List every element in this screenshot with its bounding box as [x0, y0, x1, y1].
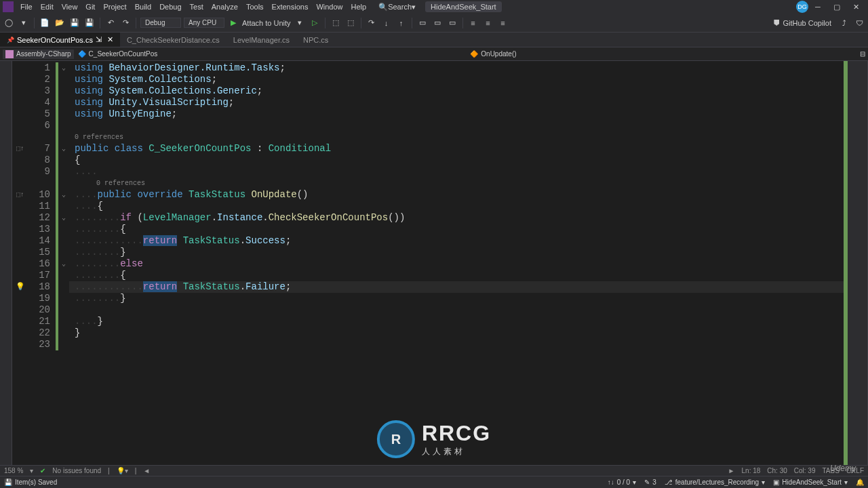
branch-indicator[interactable]: ⎇ feature/Lectures_Recording ▾ — [665, 479, 765, 486]
zoom-level[interactable]: 158 % — [4, 467, 23, 474]
code-line[interactable]: public class C_SeekerOnCountPos : Condit… — [69, 143, 844, 155]
left-side-tabs[interactable] — [0, 61, 12, 465]
open-icon[interactable]: 📂 — [54, 17, 66, 29]
tab-npc[interactable]: NPC.cs — [296, 33, 335, 47]
code-line[interactable]: ........if (LevelManager.Instance.CheckS… — [69, 212, 844, 224]
issues-text[interactable]: No issues found — [52, 467, 101, 474]
minimize-icon[interactable]: ─ — [808, 3, 827, 11]
nav-split-icon[interactable]: ⊟ — [860, 50, 865, 58]
search-box[interactable]: 🔍 Search ▾ — [374, 2, 420, 12]
step-out-icon[interactable]: ↑ — [395, 17, 408, 29]
toolbar-icon-8[interactable]: ≡ — [497, 17, 509, 29]
menu-help[interactable]: Help — [347, 1, 371, 12]
toolbar-icon-2[interactable]: ⬚ — [344, 17, 357, 29]
vertical-scrollbar[interactable] — [848, 61, 856, 465]
code-line[interactable]: using BehaviorDesigner.Runtime.Tasks; — [69, 62, 844, 74]
code-line[interactable]: ........} — [69, 247, 844, 258]
toolbar-icon-1[interactable]: ⬚ — [330, 17, 342, 29]
tab-checkseeker[interactable]: C_CheckSeekerDistance.cs — [120, 33, 226, 47]
share-icon[interactable]: ⤴ — [838, 17, 850, 29]
code-line[interactable]: ............return TaskStatus.Success; — [69, 235, 844, 247]
toolbar-icon-4[interactable]: ▭ — [431, 17, 443, 29]
line-ending[interactable]: CRLF — [846, 467, 864, 474]
toolbar-icon-3[interactable]: ▭ — [416, 17, 429, 29]
attach-dd-icon[interactable]: ▾ — [294, 17, 306, 29]
nav-member-dropdown[interactable]: 🔶 OnUpdate() — [467, 49, 859, 58]
admin-icon[interactable]: 🛡 — [853, 17, 865, 29]
undo-icon[interactable]: ↶ — [104, 17, 117, 29]
codelens-references[interactable]: 0 references — [69, 178, 844, 189]
platform-dropdown[interactable]: Any CPU — [184, 18, 224, 28]
code-line[interactable]: { — [69, 155, 844, 166]
pin-icon[interactable]: 📌 — [7, 37, 14, 43]
code-line[interactable] — [69, 120, 844, 131]
menu-git[interactable]: Git — [81, 1, 99, 12]
menu-tools[interactable]: Tools — [242, 1, 268, 12]
fold-chevron-icon[interactable]: ⌄ — [58, 189, 69, 201]
line-pos[interactable]: Ln: 18 — [742, 467, 761, 474]
menu-build[interactable]: Build — [131, 1, 155, 12]
save-icon[interactable]: 💾 — [68, 17, 81, 29]
start-icon[interactable]: ▶ — [227, 17, 239, 29]
code-line[interactable]: ....{ — [69, 201, 844, 212]
nav-dd-icon[interactable]: ▾ — [18, 17, 30, 29]
codelens-references[interactable]: 0 references — [69, 131, 844, 143]
code-line[interactable]: ....public override TaskStatus OnUpdate(… — [69, 189, 844, 201]
h-scroll-left-icon[interactable]: ◄ — [143, 467, 150, 474]
code-line[interactable]: ........} — [69, 293, 844, 304]
nav-assembly-dropdown[interactable]: Assembly-CSharp — [3, 49, 74, 59]
nav-arrows[interactable]: ↑↓ 0 / 0 ▾ — [608, 479, 636, 486]
menu-test[interactable]: Test — [186, 1, 208, 12]
code-line[interactable]: using System.Collections.Generic; — [69, 85, 844, 97]
tab-pin-chevron[interactable]: ⇲ — [96, 35, 102, 44]
menu-project[interactable]: Project — [99, 1, 130, 12]
save-all-icon[interactable]: 💾 — [83, 17, 96, 29]
close-icon[interactable]: ✕ — [846, 3, 865, 12]
menu-file[interactable]: File — [16, 1, 37, 12]
attach-button[interactable]: Attach to Unity — [242, 19, 291, 27]
tab-levelmanager[interactable]: LevelManager.cs — [226, 33, 296, 47]
step-over-icon[interactable]: ↷ — [366, 17, 378, 29]
fold-chevron-icon[interactable]: ⌄ — [58, 212, 69, 224]
menu-analyze[interactable]: Analyze — [208, 1, 242, 12]
fold-chevron-icon[interactable]: ⌄ — [58, 62, 69, 74]
code-line[interactable]: ............return TaskStatus.Failure; — [69, 281, 844, 293]
code-line[interactable]: ........{ — [69, 224, 844, 235]
health-indicator-icon[interactable]: 💡▾ — [117, 467, 128, 474]
code-line[interactable]: using System.Collections; — [69, 74, 844, 85]
nav-type-dropdown[interactable]: 🔷 C_SeekerOnCountPos — [75, 49, 467, 58]
menu-extensions[interactable]: Extensions — [268, 1, 313, 12]
menu-window[interactable]: Window — [312, 1, 347, 12]
tab-close-icon[interactable]: ✕ — [107, 35, 113, 44]
pending-changes[interactable]: ✎ 3 — [644, 479, 656, 486]
fold-chevron-icon[interactable]: ⌄ — [58, 258, 69, 270]
user-avatar[interactable]: DG — [796, 1, 808, 13]
code-line[interactable]: } — [69, 327, 844, 339]
toolbar-icon-7[interactable]: ≡ — [482, 17, 494, 29]
indent-mode[interactable]: TABS — [822, 467, 839, 474]
nav-back-icon[interactable]: ◯ — [3, 17, 15, 29]
code-line[interactable]: using UnityEngine; — [69, 108, 844, 120]
code-line[interactable] — [69, 339, 844, 350]
h-scroll-right-icon[interactable]: ► — [728, 467, 735, 474]
redo-icon[interactable]: ↷ — [119, 17, 132, 29]
fold-chevron-icon[interactable]: ⌄ — [58, 143, 69, 155]
code-editor[interactable]: 1⌄23456⬚↑7⌄89⬚↑10⌄1112⌄13141516⌄17💡18192… — [12, 61, 856, 465]
code-line[interactable]: .... — [69, 166, 844, 178]
code-line[interactable]: ....} — [69, 316, 844, 327]
start-nodebug-icon[interactable]: ▷ — [309, 17, 321, 29]
code-line[interactable]: using Unity.VisualScripting; — [69, 97, 844, 108]
new-item-icon[interactable]: 📄 — [39, 17, 51, 29]
menu-debug[interactable]: Debug — [155, 1, 185, 12]
char-pos[interactable]: Ch: 30 — [767, 467, 787, 474]
code-line[interactable]: ........{ — [69, 270, 844, 281]
zoom-dd-icon[interactable]: ▾ — [30, 467, 33, 474]
notifications-icon[interactable]: 🔔 — [856, 479, 864, 486]
step-into-icon[interactable]: ↓ — [380, 17, 393, 29]
col-pos[interactable]: Col: 39 — [794, 467, 816, 474]
config-dropdown[interactable]: Debug — [140, 18, 181, 28]
toolbar-icon-6[interactable]: ≡ — [467, 17, 479, 29]
solution-name[interactable]: HideAndSeek_Start — [425, 1, 502, 12]
menu-edit[interactable]: Edit — [37, 1, 58, 12]
right-side-tabs[interactable] — [856, 61, 868, 465]
